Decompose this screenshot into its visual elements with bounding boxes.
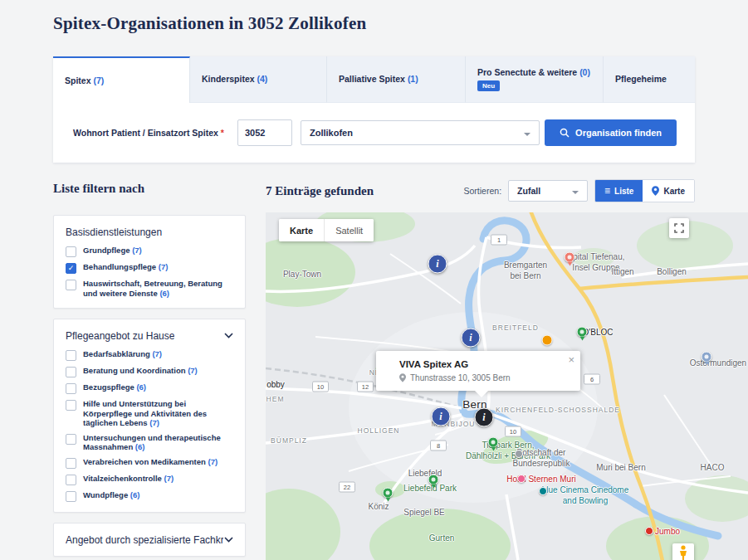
checkbox[interactable]	[66, 434, 76, 445]
search-form: Wohnort Patient / Einsatzort Spitex* Zol…	[53, 103, 695, 163]
search-card: Spitex (7)Kinderspitex (4)Palliative Spi…	[53, 56, 695, 163]
selected-result-pin[interactable]: i	[475, 408, 494, 427]
filter-checkbox-item[interactable]: Wundpflege (6)	[66, 490, 233, 502]
poi-dot-store[interactable]	[645, 527, 653, 535]
checkbox[interactable]	[66, 383, 76, 394]
caret-down-icon	[572, 191, 579, 197]
filter-item-count: (7)	[149, 418, 159, 427]
filter-checkbox-item[interactable]: Hilfe und Unterstützung bei Körperpflege…	[66, 399, 233, 428]
filter-item-count: (7)	[188, 366, 198, 375]
filter-checkbox-item[interactable]: ✓Behandlungspflege (7)	[66, 262, 233, 274]
info-window-title: VIVA Spitex AG	[399, 359, 569, 369]
cluster-pin[interactable]: i	[428, 255, 447, 274]
tab-label: Spitex (7)	[65, 75, 104, 86]
tab-bar: Spitex (7)Kinderspitex (4)Palliative Spi…	[53, 56, 695, 103]
sort-select[interactable]: Zufall	[508, 180, 588, 202]
filter-item-label: Untersuchungen und therapeutische Massna…	[83, 433, 233, 452]
filter-group: BasisdienstleistungenGrundpflege (7)✓Beh…	[53, 215, 246, 309]
filter-group-title: Pflegeangebot zu Hause	[66, 330, 174, 342]
filter-item-count: (6)	[159, 289, 169, 298]
tab-spitex[interactable]: Spitex (7)	[53, 56, 190, 103]
filter-item-label: Wundpflege (6)	[83, 490, 139, 500]
checkbox[interactable]	[66, 280, 76, 290]
map-type-satellite-button[interactable]: Satellit	[324, 219, 374, 241]
caret-down-icon	[524, 133, 530, 139]
poi-pin-green[interactable]	[383, 488, 394, 499]
tab-kinderspitex[interactable]: Kinderspitex (4)	[190, 56, 327, 103]
pegman-icon	[678, 543, 688, 560]
results-controls: Sortieren: Zufall ≡ Liste Karte	[464, 179, 695, 202]
tab-count: (0)	[579, 67, 590, 77]
filter-item-label: Hauswirtschaft, Betreuung, Beratung und …	[83, 279, 233, 298]
tab-label: Pro Senectute & weitere (0)	[477, 67, 590, 78]
cluster-pin[interactable]: i	[462, 329, 481, 348]
find-organisation-button[interactable]: Organisation finden	[545, 119, 677, 146]
filter-checkbox-item[interactable]: Verabreichen von Medikamenten (7)	[66, 457, 233, 469]
filter-checkbox-item[interactable]: Hauswirtschaft, Betreuung, Beratung und …	[66, 279, 233, 298]
map[interactable]: Play-TownBremgarten bei BernSpital Tiefe…	[266, 212, 748, 560]
filter-checkbox-item[interactable]: Untersuchungen und therapeutische Massna…	[66, 433, 233, 452]
filter-panel: BasisdienstleistungenGrundpflege (7)✓Beh…	[53, 215, 246, 560]
zip-input[interactable]	[237, 119, 292, 146]
filter-checkbox-item[interactable]: Grundpflege (7)	[66, 246, 233, 257]
poi-pin-green[interactable]	[577, 327, 588, 338]
poi-dot-cinema[interactable]	[539, 487, 547, 495]
filter-item-count: (7)	[132, 246, 142, 255]
poi-pin-green[interactable]	[428, 475, 439, 485]
filter-item-count: (6)	[130, 490, 140, 499]
filter-item-label: Behandlungspflege (7)	[83, 262, 168, 272]
filter-item-count: (6)	[135, 442, 145, 451]
checkbox[interactable]	[66, 475, 76, 485]
filter-checkbox-item[interactable]: Bezugspflege (6)	[66, 382, 233, 394]
view-map-label: Karte	[663, 187, 685, 196]
tab-pflegeheime[interactable]: Pflegeheime	[604, 56, 695, 103]
view-map-button[interactable]: Karte	[643, 180, 694, 202]
filter-groups: BasisdienstleistungenGrundpflege (7)✓Beh…	[53, 215, 246, 557]
checkbox[interactable]	[66, 246, 76, 257]
tab-count: (1)	[408, 74, 418, 84]
poi-dot-hotel[interactable]	[517, 475, 526, 483]
view-list-button[interactable]: ≡ Liste	[595, 180, 643, 202]
checkbox[interactable]	[66, 400, 76, 411]
filter-item-label: Grundpflege (7)	[83, 246, 142, 256]
tab-count: (4)	[257, 74, 268, 84]
filter-group-header[interactable]: Angebot durch spezialisierte Fachkräfte	[66, 533, 233, 546]
checkbox[interactable]	[66, 367, 76, 377]
fullscreen-button[interactable]	[669, 218, 689, 238]
poi-pin-green[interactable]	[488, 437, 499, 448]
close-icon[interactable]: ×	[566, 352, 576, 368]
checkbox[interactable]	[66, 491, 76, 502]
required-mark: *	[221, 128, 224, 138]
checkbox[interactable]: ✓	[66, 263, 76, 274]
filter-checkbox-item[interactable]: Bedarfsabklärung (7)	[66, 349, 233, 361]
results-count: 7 Einträge gefunden	[266, 184, 374, 198]
city-select[interactable]: Zollikofen	[301, 120, 540, 145]
tab-label: Palliative Spitex (1)	[339, 74, 418, 85]
poi-dot-embassy[interactable]	[515, 450, 523, 458]
checkbox[interactable]	[66, 350, 76, 361]
poi-pin-blue[interactable]	[702, 352, 712, 363]
filter-item-label: Bezugspflege (6)	[83, 382, 146, 392]
map-type-map-button[interactable]: Karte	[279, 219, 324, 241]
filter-group-title: Basisdienstleistungen	[66, 226, 162, 238]
map-info-window: × VIVA Spitex AG Thunstrasse 10, 3005 Be…	[376, 351, 580, 391]
tab-count: (7)	[93, 75, 104, 85]
city-select-value: Zollikofen	[310, 128, 353, 138]
tab-label: Pflegeheime	[615, 74, 667, 85]
filter-item-label: Beratung und Koordination (7)	[83, 366, 198, 376]
poi-pin-hospital[interactable]	[565, 252, 575, 263]
filter-group-header[interactable]: Pflegeangebot zu Hause	[66, 329, 233, 342]
cluster-pin[interactable]: i	[432, 407, 451, 426]
filter-group: Pflegeangebot zu HauseBedarfsabklärung (…	[53, 319, 246, 513]
filter-checkbox-item[interactable]: Vitalzeichenkontrolle (7)	[66, 474, 233, 485]
list-icon: ≡	[604, 186, 610, 196]
filter-checkbox-item[interactable]: Beratung und Koordination (7)	[66, 366, 233, 377]
tab-palliative-spitex[interactable]: Palliative Spitex (1)	[327, 56, 466, 103]
tab-pro-senectute-weitere[interactable]: Pro Senectute & weitere (0)Neu	[466, 56, 604, 103]
poi-dot-orange[interactable]	[542, 335, 553, 346]
pegman-control[interactable]	[672, 543, 694, 560]
checkbox[interactable]	[66, 458, 76, 469]
filter-group-header: Basisdienstleistungen	[66, 226, 233, 238]
form-label: Wohnort Patient / Einsatzort Spitex*	[73, 128, 229, 138]
page-title: Spitex-Organisationen in 3052 Zollikofen	[53, 13, 366, 34]
